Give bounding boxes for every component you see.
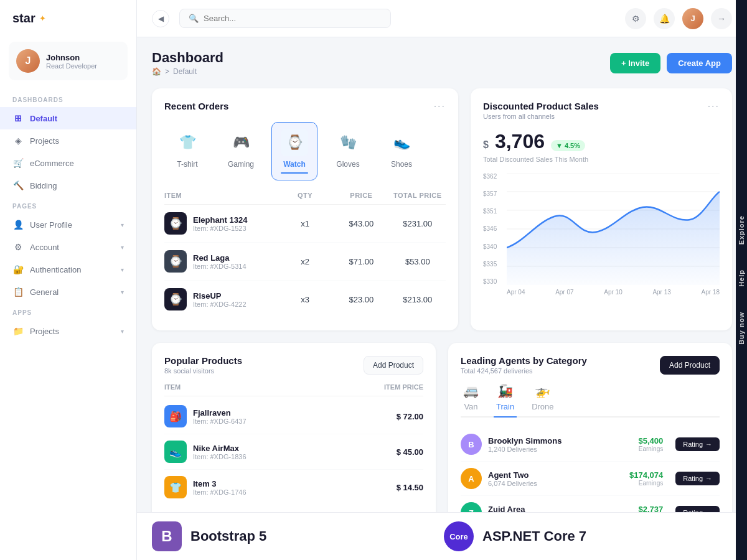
- agent-name: Brooklyn Simmons: [488, 436, 613, 446]
- notifications-button[interactable]: 🔔: [654, 8, 675, 29]
- avatar: J: [16, 49, 40, 73]
- rating-button[interactable]: Rating →: [675, 472, 720, 485]
- recent-orders-title: Recent Orders: [164, 101, 228, 111]
- user-card[interactable]: J Johnson React Developer: [9, 42, 128, 80]
- sidebar-item-authentication[interactable]: 🔐 Authentication ▾: [0, 258, 136, 281]
- tab-drone[interactable]: 🚁 Drone: [529, 378, 556, 418]
- agent-name: Agent Two: [488, 470, 613, 480]
- help-label[interactable]: Help: [738, 269, 745, 287]
- item-details: Fjallraven Item: #XDG-6437: [193, 408, 247, 425]
- agent-info: Brooklyn Simmons 1,240 Deliveries: [488, 436, 613, 453]
- add-product-label: Add Product: [373, 361, 414, 370]
- bell-icon: 🔔: [659, 14, 670, 24]
- sidebar-item-general[interactable]: 📋 General ▾: [0, 281, 136, 303]
- item-total: $231.00: [390, 219, 446, 228]
- tab-van[interactable]: 🚐 Van: [461, 378, 481, 418]
- agent-earnings-col: $5,400 Earnings: [619, 436, 663, 452]
- sidebar-collapse-button[interactable]: ◀: [152, 10, 169, 27]
- add-product-label: Add Product: [669, 361, 710, 370]
- agent-info: Agent Two 6,074 Deliveries: [488, 470, 613, 487]
- tab-train[interactable]: 🚂 Train: [494, 378, 517, 418]
- sidebar-item-ecommerce[interactable]: 🛒 eCommerce: [0, 152, 136, 174]
- y-label-3: $346: [483, 225, 497, 232]
- rating-button[interactable]: Rating →: [675, 437, 720, 451]
- item-info: 👟 Nike AirMax Item: #XDG-1836: [164, 441, 337, 463]
- settings-button[interactable]: ⚙: [625, 8, 646, 29]
- y-label-4: $340: [483, 243, 497, 250]
- col-total: TOTAL PRICE: [390, 192, 446, 199]
- agent-avatar: B: [461, 434, 482, 455]
- projects-app-icon: 📁: [12, 325, 24, 337]
- sidebar-item-account[interactable]: ⚙ Account ▾: [0, 236, 136, 258]
- watch-icon: ⌚: [281, 129, 308, 156]
- sidebar-item-projects[interactable]: ◈ Projects: [0, 129, 136, 152]
- explore-label[interactable]: Explore: [738, 215, 745, 245]
- chevron-down-icon: ▾: [121, 222, 124, 228]
- item-sku: Item: #XDG-4222: [193, 301, 247, 308]
- item-details: Nike AirMax Item: #XDG-1836: [193, 444, 247, 460]
- sales-amount: $ 3,706 ▼ 4.5%: [483, 130, 720, 153]
- auth-icon: 🔐: [12, 264, 24, 275]
- agent-earnings-label: Earnings: [619, 480, 663, 487]
- main-content: ◀ 🔍 ⚙ 🔔 J → Dashboard 🏠 >: [137, 0, 747, 560]
- sales-badge: ▼ 4.5%: [551, 140, 585, 151]
- breadcrumb-current: Default: [173, 67, 197, 76]
- sidebar-item-bidding[interactable]: 🔨 Bidding: [0, 174, 136, 197]
- sidebar-item-label: eCommerce: [30, 159, 74, 168]
- tab-tshirt[interactable]: 👕 T-shirt: [164, 122, 210, 180]
- sidebar-item-user-profile[interactable]: 👤 User Profile ▾: [0, 213, 136, 236]
- home-icon: 🏠: [152, 67, 161, 76]
- tab-tshirt-underline: [174, 172, 201, 174]
- recent-orders-title-section: Recent Orders: [164, 101, 228, 111]
- sidebar: star ✦ J Johnson React Developer DASHBOA…: [0, 0, 137, 560]
- arrow-right-icon: →: [705, 441, 712, 448]
- x-label-0: Apr 04: [507, 289, 525, 296]
- table-row: ⌚ Elephant 1324 Item: #XDG-1523 x1 $43.0…: [164, 205, 446, 243]
- sidebar-item-default[interactable]: ⊞ Default: [0, 107, 136, 129]
- chevron-down-icon: ▾: [121, 289, 124, 296]
- chart-y-labels: $362 $357 $351 $346 $340 $335 $330: [483, 173, 497, 285]
- sidebar-item-label: Projects: [30, 327, 59, 336]
- list-item: B Brooklyn Simmons 1,240 Deliveries $5,4…: [461, 427, 720, 462]
- tab-gloves-underline: [334, 172, 362, 174]
- search-input[interactable]: [204, 14, 382, 23]
- arrow-right-button[interactable]: →: [711, 8, 732, 29]
- tab-watch[interactable]: ⌚ Watch: [271, 122, 317, 180]
- sidebar-item-label: User Profile: [30, 220, 72, 230]
- tab-gaming[interactable]: 🎮 Gaming: [218, 122, 264, 180]
- table-row: ⌚ RiseUP Item: #XDG-4222 x3 $23.00 $213.…: [164, 281, 446, 318]
- agent-earnings: $5,400: [619, 436, 663, 446]
- recent-orders-card: Recent Orders ··· 👕 T-shirt 🎮 Gaming: [152, 88, 458, 330]
- tab-shoes[interactable]: 👟 Shoes: [378, 122, 425, 180]
- col-price: ITEM PRICE: [337, 383, 423, 391]
- invite-button[interactable]: + Invite: [610, 53, 660, 73]
- sidebar-item-projects-app[interactable]: 📁 Projects ▾: [0, 320, 136, 342]
- pop-row: 👕 Item 3 Item: #XDG-1746 $ 14.50: [164, 470, 423, 505]
- breadcrumb: 🏠 > Default: [152, 67, 223, 76]
- item-qty: x1: [277, 219, 333, 228]
- item-image: 👟: [164, 441, 187, 463]
- sales-chart: $362 $357 $351 $346 $340 $335 $330: [483, 173, 720, 285]
- sidebar-item-label: Bidding: [30, 181, 57, 190]
- add-product-button-2[interactable]: Add Product: [660, 356, 720, 375]
- buy-now-label[interactable]: Buy now: [738, 312, 745, 345]
- item-info: ⌚ Elephant 1324 Item: #XDG-1523: [164, 212, 277, 235]
- create-app-button[interactable]: Create App: [667, 53, 732, 73]
- tab-gloves-label: Gloves: [336, 160, 359, 169]
- pop-row: 🎒 Fjallraven Item: #XDG-6437 $ 72.00: [164, 399, 423, 434]
- discounted-sales-title-section: Discounted Product Sales Users from all …: [483, 101, 599, 120]
- user-avatar-top[interactable]: J: [682, 8, 703, 29]
- bidding-icon: 🔨: [12, 180, 24, 191]
- discounted-sales-menu-button[interactable]: ···: [708, 101, 720, 112]
- item-info: 👕 Item 3 Item: #XDG-1746: [164, 476, 337, 498]
- leading-agents-title: Leading Agents by Category: [461, 355, 587, 366]
- tab-gloves[interactable]: 🧤 Gloves: [325, 122, 371, 180]
- item-price: $ 14.50: [337, 483, 423, 492]
- item-price: $43.00: [333, 219, 389, 228]
- add-product-button[interactable]: Add Product: [364, 356, 423, 375]
- ecommerce-icon: 🛒: [12, 157, 24, 169]
- search-box[interactable]: 🔍: [179, 9, 391, 28]
- popular-products-title-section: Popular Products 8k social visitors: [164, 355, 242, 375]
- discounted-sales-title: Discounted Product Sales: [483, 101, 599, 111]
- recent-orders-menu-button[interactable]: ···: [434, 101, 446, 112]
